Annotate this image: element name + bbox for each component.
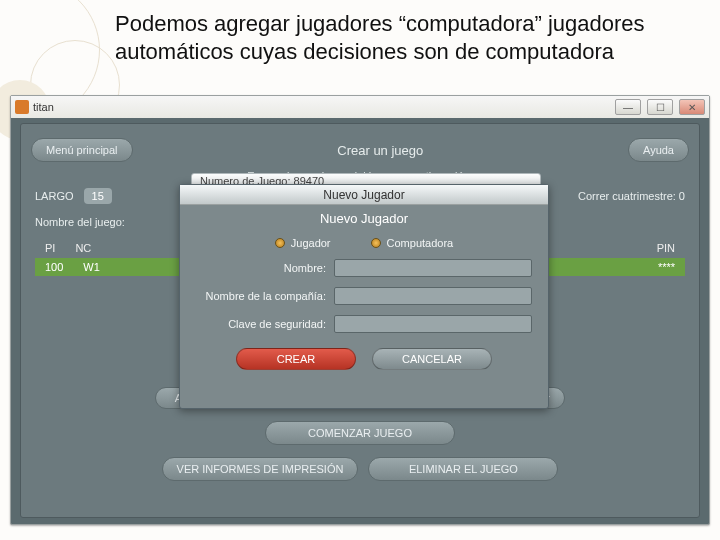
- app-body: Menú principal Crear un juego Ayuda Esco…: [20, 123, 700, 518]
- screen-title: Crear un juego: [143, 143, 618, 158]
- close-button[interactable]: ✕: [679, 99, 705, 115]
- largo-value[interactable]: 15: [84, 188, 112, 204]
- cell-pi: 100: [35, 258, 73, 276]
- app-icon: [15, 100, 29, 114]
- clave-input[interactable]: [334, 315, 532, 333]
- nombre-juego-label: Nombre del juego:: [35, 216, 125, 228]
- app-window: titan — ☐ ✕ Menú principal Crear un jueg…: [10, 95, 710, 525]
- computadora-radio[interactable]: [371, 238, 381, 248]
- maximize-button[interactable]: ☐: [647, 99, 673, 115]
- clave-label: Clave de seguridad:: [196, 318, 326, 330]
- delete-game-button[interactable]: ELIMINAR EL JUEGO: [368, 457, 558, 481]
- slide-caption: Podemos agregar jugadores “computadora” …: [115, 10, 675, 65]
- cell-pin: ****: [648, 258, 685, 276]
- jugador-label: Jugador: [291, 237, 331, 249]
- jugador-radio[interactable]: [275, 238, 285, 248]
- correr-label: Correr cuatrimestre: 0: [578, 190, 685, 202]
- compania-label: Nombre de la compañía:: [196, 290, 326, 302]
- new-player-dialog: Nuevo Jugador Nuevo Jugador Jugador Comp…: [179, 184, 549, 409]
- computadora-label: Computadora: [387, 237, 454, 249]
- main-menu-button[interactable]: Menú principal: [31, 138, 133, 162]
- dialog-title: Nuevo Jugador: [180, 185, 548, 205]
- nombre-label: Nombre:: [196, 262, 326, 274]
- compania-input[interactable]: [334, 287, 532, 305]
- titlebar: titan — ☐ ✕: [11, 96, 709, 118]
- col-nc: NC: [65, 238, 101, 258]
- start-game-button[interactable]: COMENZAR JUEGO: [265, 421, 455, 445]
- nombre-input[interactable]: [334, 259, 532, 277]
- window-title: titan: [33, 101, 54, 113]
- largo-label: LARGO: [35, 190, 74, 202]
- minimize-button[interactable]: —: [615, 99, 641, 115]
- dialog-subtitle: Nuevo Jugador: [180, 205, 548, 232]
- col-pi: PI: [35, 238, 65, 258]
- help-button[interactable]: Ayuda: [628, 138, 689, 162]
- print-reports-button[interactable]: VER INFORMES DE IMPRESIÓN: [162, 457, 359, 481]
- cell-nc: W1: [73, 258, 110, 276]
- create-button[interactable]: CREAR: [236, 348, 356, 370]
- col-pin: PIN: [647, 238, 685, 258]
- cancel-button[interactable]: CANCELAR: [372, 348, 492, 370]
